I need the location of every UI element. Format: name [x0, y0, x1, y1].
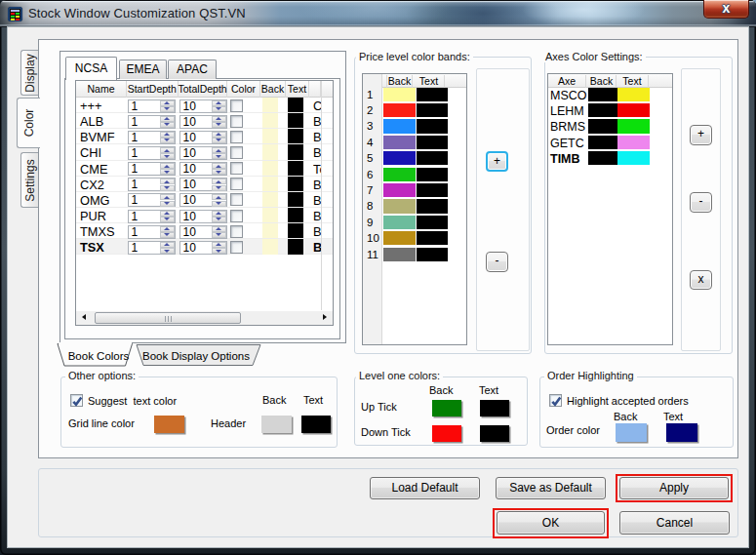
- svg-text:Book Display Options: Book Display Options: [142, 350, 250, 362]
- svg-text:Book Colors: Book Colors: [68, 350, 130, 362]
